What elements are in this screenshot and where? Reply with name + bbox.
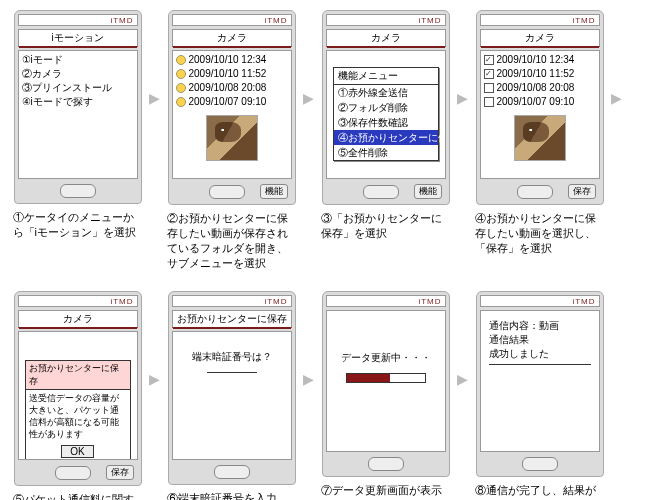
status-icons: iTMD xyxy=(572,297,595,306)
submenu-item[interactable]: ②フォルダ削除 xyxy=(334,100,438,115)
flow-arrow-icon: ▶ xyxy=(303,371,314,387)
softkey-save[interactable]: 保存 xyxy=(106,465,134,480)
list-item[interactable]: 2009/10/07 09:10 xyxy=(484,95,596,109)
step-caption: ②お預かりセンターに保存したい動画が保存されているフォルダを開き、サブメニューを… xyxy=(167,211,297,271)
file-date: 2009/10/08 20:08 xyxy=(189,81,267,95)
movie-icon xyxy=(176,55,186,65)
step-2: iTMD カメラ 2009/10/10 12:34 2009/10/10 11:… xyxy=(164,10,299,271)
step-caption: ⑧通信が完了し、結果が表示 xyxy=(475,483,605,500)
submenu-list: ①赤外線全送信 ②フォルダ削除 ③保存件数確認 ④お預かりセンターに保存 ⑤全件… xyxy=(334,85,438,160)
screen-title: カメラ xyxy=(172,29,292,47)
result-status-label: 通信結果 xyxy=(489,333,591,347)
phone-frame: iTMD iモーション ①iモード ②カメラ ③プリインストール ④iモードで探… xyxy=(14,10,142,204)
status-bar: iTMD xyxy=(172,295,292,307)
list-item[interactable]: 2009/10/10 12:34 xyxy=(484,53,596,67)
softkey-center[interactable] xyxy=(214,465,250,479)
phone-frame: iTMD 通信内容：動画 通信結果 成功しました xyxy=(476,291,604,477)
submenu-item[interactable]: ⑤全件削除 xyxy=(334,145,438,160)
menu-list: ①iモード ②カメラ ③プリインストール ④iモードで探す xyxy=(19,51,137,111)
step-caption: ④お預かりセンターに保存したい動画を選択し、「保存」を選択 xyxy=(475,211,605,256)
file-date: 2009/10/10 11:52 xyxy=(497,67,575,81)
flow-arrow-icon: ▶ xyxy=(303,90,314,106)
checkbox-checked-icon[interactable] xyxy=(484,69,494,79)
list-item[interactable]: 2009/10/10 11:52 xyxy=(484,67,596,81)
softkey-bar xyxy=(172,463,292,481)
file-list: 2009/10/10 12:34 2009/10/10 11:52 2009/1… xyxy=(173,51,291,111)
softkey-bar xyxy=(18,182,138,200)
step-3: iTMD カメラ 機能メニュー ①赤外線全送信 ②フォルダ削除 ③保存件数確認 … xyxy=(318,10,453,241)
softkey-function[interactable]: 機能 xyxy=(414,184,442,199)
softkey-center[interactable] xyxy=(209,185,245,199)
step-1: iTMD iモーション ①iモード ②カメラ ③プリインストール ④iモードで探… xyxy=(10,10,145,240)
status-bar: iTMD xyxy=(480,14,600,26)
result-status-value: 成功しました xyxy=(489,347,591,361)
screen-title: iモーション xyxy=(18,29,138,47)
screen: 通信内容：動画 通信結果 成功しました xyxy=(480,310,600,452)
status-bar: iTMD xyxy=(480,295,600,307)
file-date: 2009/10/07 09:10 xyxy=(497,95,575,109)
checkbox-icon[interactable] xyxy=(484,97,494,107)
step-6: iTMD お預かりセンターに保存 端末暗証番号は？ ⑥端末暗証番号を入力 xyxy=(164,291,299,500)
progress-bar xyxy=(346,373,426,383)
screen-title: カメラ xyxy=(326,29,446,47)
movie-icon xyxy=(176,97,186,107)
step-7: iTMD データ更新中・・・ ⑦データ更新画面が表示 xyxy=(318,291,453,498)
flow-arrow-icon: ▶ xyxy=(611,90,622,106)
flow-arrow-icon: ▶ xyxy=(149,371,160,387)
status-icons: iTMD xyxy=(110,297,133,306)
softkey-function[interactable]: 機能 xyxy=(260,184,288,199)
menu-item[interactable]: ③プリインストール xyxy=(22,81,134,95)
status-icons: iTMD xyxy=(418,16,441,25)
screen: 機能メニュー ①赤外線全送信 ②フォルダ削除 ③保存件数確認 ④お預かりセンター… xyxy=(326,50,446,179)
status-icons: iTMD xyxy=(110,16,133,25)
softkey-center[interactable] xyxy=(55,466,91,480)
screen: データ更新中・・・ xyxy=(326,310,446,452)
submenu: 機能メニュー ①赤外線全送信 ②フォルダ削除 ③保存件数確認 ④お預かりセンター… xyxy=(333,67,439,161)
submenu-item[interactable]: ③保存件数確認 xyxy=(334,115,438,130)
submenu-item[interactable]: ①赤外線全送信 xyxy=(334,85,438,100)
softkey-bar: 保存 xyxy=(480,182,600,201)
step-caption: ③「お預かりセンターに保存」を選択 xyxy=(321,211,451,241)
submenu-title: 機能メニュー xyxy=(334,68,438,85)
flow-arrow-icon: ▶ xyxy=(149,90,160,106)
list-item[interactable]: 2009/10/10 11:52 xyxy=(176,67,288,81)
status-bar: iTMD xyxy=(18,295,138,307)
phone-frame: iTMD カメラ お預かりセンターに保存 送受信データの容量が大きいと、パケット… xyxy=(14,291,142,486)
row-2: iTMD カメラ お預かりセンターに保存 送受信データの容量が大きいと、パケット… xyxy=(10,291,648,500)
checkbox-checked-icon[interactable] xyxy=(484,55,494,65)
pin-prompt: 端末暗証番号は？ xyxy=(173,332,291,364)
softkey-save[interactable]: 保存 xyxy=(568,184,596,199)
step-5: iTMD カメラ お預かりセンターに保存 送受信データの容量が大きいと、パケット… xyxy=(10,291,145,500)
file-date: 2009/10/08 20:08 xyxy=(497,81,575,95)
menu-item[interactable]: ①iモード xyxy=(22,53,134,67)
screen: 2009/10/10 12:34 2009/10/10 11:52 2009/1… xyxy=(480,50,600,179)
thumbnail-image xyxy=(514,115,566,161)
softkey-center[interactable] xyxy=(363,185,399,199)
menu-item[interactable]: ④iモードで探す xyxy=(22,95,134,109)
screen: お預かりセンターに保存 送受信データの容量が大きいと、パケット通信料が高額になる… xyxy=(18,331,138,460)
softkey-center[interactable] xyxy=(517,185,553,199)
list-item[interactable]: 2009/10/07 09:10 xyxy=(176,95,288,109)
file-list: 2009/10/10 12:34 2009/10/10 11:52 2009/1… xyxy=(481,51,599,111)
checkbox-icon[interactable] xyxy=(484,83,494,93)
screen: 端末暗証番号は？ xyxy=(172,331,292,460)
submenu-item-selected[interactable]: ④お預かりセンターに保存 xyxy=(334,130,438,145)
list-item[interactable]: 2009/10/10 12:34 xyxy=(176,53,288,67)
step-caption: ⑤パケット通信料に関する注意が表示されるので、「OK」を選択 xyxy=(13,492,143,500)
status-bar: iTMD xyxy=(172,14,292,26)
step-caption: ⑦データ更新画面が表示 xyxy=(321,483,451,498)
softkey-center[interactable] xyxy=(60,184,96,198)
softkey-bar: 機能 xyxy=(172,182,292,201)
ok-button[interactable]: OK xyxy=(61,445,93,458)
pin-input[interactable] xyxy=(207,372,257,373)
list-item[interactable]: 2009/10/08 20:08 xyxy=(176,81,288,95)
row-1: iTMD iモーション ①iモード ②カメラ ③プリインストール ④iモードで探… xyxy=(10,10,648,271)
screen: 2009/10/10 12:34 2009/10/10 11:52 2009/1… xyxy=(172,50,292,179)
menu-item[interactable]: ②カメラ xyxy=(22,67,134,81)
softkey-center[interactable] xyxy=(522,457,558,471)
list-item[interactable]: 2009/10/08 20:08 xyxy=(484,81,596,95)
dialog-title: お預かりセンターに保存 xyxy=(26,361,130,390)
phone-frame: iTMD カメラ 2009/10/10 12:34 2009/10/10 11:… xyxy=(476,10,604,205)
file-date: 2009/10/07 09:10 xyxy=(189,95,267,109)
softkey-center[interactable] xyxy=(368,457,404,471)
